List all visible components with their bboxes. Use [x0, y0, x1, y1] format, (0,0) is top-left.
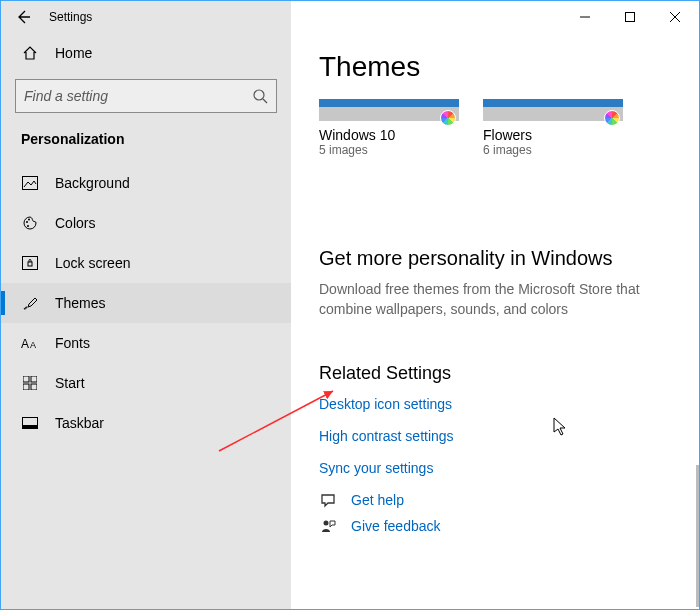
- svg-rect-13: [31, 384, 37, 390]
- sidebar-item-label: Colors: [55, 215, 95, 231]
- minimize-button[interactable]: [562, 2, 607, 32]
- nav-home[interactable]: Home: [1, 33, 291, 73]
- maximize-button[interactable]: [607, 2, 652, 32]
- theme-thumbnail: [483, 99, 623, 121]
- sidebar-item-start[interactable]: Start: [1, 363, 291, 403]
- link-high-contrast-settings[interactable]: High contrast settings: [319, 428, 675, 444]
- more-description: Download free themes from the Microsoft …: [319, 280, 659, 319]
- theme-subtext: 6 images: [483, 143, 623, 157]
- svg-rect-6: [23, 257, 38, 270]
- link-desktop-icon-settings[interactable]: Desktop icon settings: [319, 396, 675, 412]
- related-heading: Related Settings: [319, 363, 675, 384]
- sidebar-item-lock-screen[interactable]: Lock screen: [1, 243, 291, 283]
- app-title: Settings: [49, 10, 92, 24]
- lock-screen-icon: [21, 256, 39, 270]
- main-content: Themes Windows 10 5 images Flowers 6 ima…: [291, 33, 699, 609]
- chat-help-icon: [319, 492, 337, 508]
- sidebar-item-themes[interactable]: Themes: [1, 283, 291, 323]
- svg-point-4: [28, 219, 30, 221]
- sidebar-item-label: Fonts: [55, 335, 90, 351]
- sidebar-item-label: Lock screen: [55, 255, 130, 271]
- svg-point-16: [324, 521, 329, 526]
- minimize-icon: [580, 12, 590, 22]
- svg-point-5: [27, 225, 29, 227]
- svg-text:A: A: [30, 340, 36, 350]
- feedback-person-icon: [319, 518, 337, 534]
- color-wheel-icon: [604, 110, 620, 126]
- brush-icon: [21, 295, 39, 311]
- back-button[interactable]: [15, 9, 31, 25]
- theme-name: Flowers: [483, 127, 623, 143]
- palette-icon: [21, 215, 39, 231]
- svg-rect-0: [625, 13, 634, 22]
- close-icon: [670, 12, 680, 22]
- svg-text:A: A: [21, 337, 29, 350]
- give-feedback-label: Give feedback: [351, 518, 441, 534]
- nav-home-label: Home: [55, 45, 92, 61]
- color-wheel-icon: [440, 110, 456, 126]
- start-icon: [21, 376, 39, 390]
- get-help-link[interactable]: Get help: [319, 492, 675, 508]
- home-icon: [21, 45, 39, 61]
- link-sync-your-settings[interactable]: Sync your settings: [319, 460, 675, 476]
- sidebar-item-label: Themes: [55, 295, 106, 311]
- search-input[interactable]: [24, 88, 252, 104]
- svg-point-3: [26, 221, 28, 223]
- sidebar-item-background[interactable]: Background: [1, 163, 291, 203]
- get-help-label: Get help: [351, 492, 404, 508]
- give-feedback-link[interactable]: Give feedback: [319, 518, 675, 534]
- image-icon: [21, 176, 39, 190]
- maximize-icon: [625, 12, 635, 22]
- svg-rect-7: [28, 262, 32, 266]
- svg-rect-12: [23, 384, 29, 390]
- more-heading: Get more personality in Windows: [319, 247, 675, 270]
- sidebar-item-label: Start: [55, 375, 85, 391]
- svg-rect-15: [23, 425, 38, 429]
- page-heading: Themes: [319, 51, 675, 83]
- svg-rect-10: [23, 376, 29, 382]
- theme-card[interactable]: Flowers 6 images: [483, 99, 623, 157]
- back-arrow-icon: [15, 9, 31, 25]
- fonts-icon: AA: [21, 336, 39, 350]
- sidebar: Settings Home Personalization Background…: [1, 33, 291, 609]
- search-icon: [252, 88, 268, 104]
- header-bar: Settings: [1, 1, 291, 33]
- theme-subtext: 5 images: [319, 143, 459, 157]
- close-button[interactable]: [652, 2, 697, 32]
- theme-thumbnail: [319, 99, 459, 121]
- sidebar-item-colors[interactable]: Colors: [1, 203, 291, 243]
- search-box[interactable]: [15, 79, 277, 113]
- sidebar-item-taskbar[interactable]: Taskbar: [1, 403, 291, 443]
- section-title: Personalization: [1, 123, 291, 163]
- sidebar-item-label: Background: [55, 175, 130, 191]
- scrollbar[interactable]: [696, 465, 699, 607]
- taskbar-icon: [21, 417, 39, 429]
- theme-card[interactable]: Windows 10 5 images: [319, 99, 459, 157]
- theme-name: Windows 10: [319, 127, 459, 143]
- svg-rect-11: [31, 376, 37, 382]
- sidebar-item-label: Taskbar: [55, 415, 104, 431]
- sidebar-item-fonts[interactable]: AA Fonts: [1, 323, 291, 363]
- svg-point-1: [254, 90, 264, 100]
